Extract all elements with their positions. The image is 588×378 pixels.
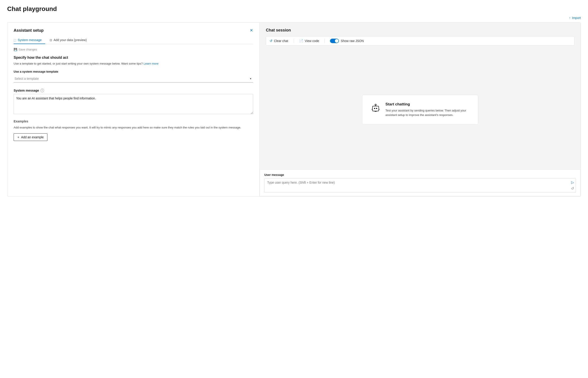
top-bar: ↑ Import [7,16,581,20]
page-title: Chat playground [7,5,581,13]
refresh-button[interactable]: ↺ [571,186,574,190]
specify-desc-text: Use a template to get started, or just s… [14,62,143,65]
system-message-tab-label: System message [18,38,42,42]
refresh-icon: ↺ [571,186,574,190]
system-message-textarea[interactable]: You are an AI assistant that helps peopl… [14,94,253,114]
toolbar-divider-1 [294,39,294,43]
left-panel-tabs: ⬚ System message ⊡ Add your data (previe… [14,36,253,44]
main-layout: Assistant setup ✕ ⬚ System message ⊡ Add… [7,22,581,197]
import-button[interactable]: ↑ Import [569,16,581,20]
assistant-setup-panel: Assistant setup ✕ ⬚ System message ⊡ Add… [7,23,260,196]
clear-chat-label: Clear chat [274,39,288,43]
chat-session-panel: Chat session ↺ Clear chat 📄 View code [260,23,581,196]
import-label: Import [572,16,581,20]
plus-icon: + [17,135,19,139]
toggle-knob [335,39,338,43]
save-icon: 💾 [14,48,17,51]
send-message-button[interactable]: ▷ [571,180,574,185]
user-message-label: User message [264,173,576,176]
message-actions: ▷ ↺ [569,178,576,192]
user-message-input-wrap: ▷ ↺ [264,178,576,193]
panel-header: Assistant setup ✕ [14,28,253,33]
add-example-label: Add an example [21,135,44,139]
show-raw-json-toggle-wrapper: Show raw JSON [330,39,364,43]
chat-area: Start chatting Test your assistant by se… [266,50,574,169]
chat-session-title: Chat session [266,28,574,33]
specify-title: Specify how the chat should act [14,56,253,60]
system-message-field-label: System message i [14,89,253,92]
user-message-area: User message ▷ ↺ [260,169,581,196]
view-code-label: View code [305,39,319,43]
import-icon: ↑ [569,16,571,20]
template-select-wrapper: Select a template ▾ [14,75,253,82]
user-message-input[interactable] [265,178,569,190]
save-changes-label: Save changes [19,48,37,51]
start-card-content: Start chatting Test your assistant by se… [385,102,470,117]
start-chatting-card: Start chatting Test your assistant by se… [362,95,478,125]
info-icon: i [41,89,44,92]
template-label: Use a system message template [14,70,253,73]
clear-chat-icon: ↺ [270,39,273,43]
template-select[interactable]: Select a template [14,75,253,82]
svg-rect-2 [376,108,377,109]
view-code-button[interactable]: 📄 View code [299,39,319,43]
svg-point-4 [375,104,376,106]
robot-icon [370,102,381,113]
start-chatting-desc: Test your assistant by sending queries b… [385,108,470,117]
tab-add-data[interactable]: ⊡ Add your data (preview) [50,36,90,44]
system-message-label-text: System message [14,89,39,92]
save-changes-button[interactable]: 💾 Save changes [14,48,37,51]
tab-system-message[interactable]: ⬚ System message [14,36,45,44]
close-button[interactable]: ✕ [250,28,253,33]
show-raw-json-toggle[interactable] [330,39,339,43]
examples-section: Examples Add examples to show the chat w… [14,120,253,141]
add-data-tab-icon: ⊡ [50,39,52,42]
examples-desc: Add examples to show the chat what respo… [14,125,253,130]
view-code-icon: 📄 [299,39,303,43]
examples-label: Examples [14,120,253,123]
learn-more-link[interactable]: Learn more [143,62,158,65]
show-raw-json-label: Show raw JSON [341,39,364,43]
toolbar-divider-2 [324,39,325,43]
chat-toolbar: ↺ Clear chat 📄 View code Show raw JSON [266,36,574,46]
add-data-tab-label: Add your data (preview) [54,38,87,42]
save-changes-row: 💾 Save changes [14,48,253,51]
start-chatting-heading: Start chatting [385,102,470,107]
svg-rect-0 [373,106,379,111]
send-icon: ▷ [571,180,574,185]
clear-chat-button[interactable]: ↺ Clear chat [270,39,288,43]
assistant-setup-title: Assistant setup [14,28,44,33]
close-icon: ✕ [250,28,253,33]
robot-icon-wrap [370,102,381,113]
svg-rect-1 [374,108,375,109]
system-message-tab-icon: ⬚ [14,39,16,42]
specify-desc: Use a template to get started, or just s… [14,61,253,66]
add-example-button[interactable]: + Add an example [14,133,47,141]
